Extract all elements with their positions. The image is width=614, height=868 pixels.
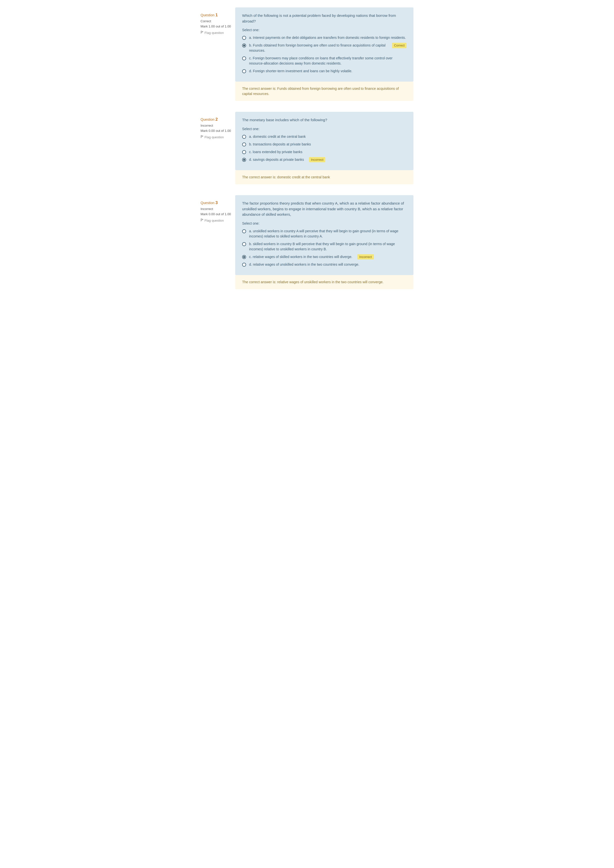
radio-outer [242,255,246,259]
radio-3-1[interactable] [242,229,246,233]
question-main-1: Which of the following is not a potentia… [235,8,413,82]
question-block-3: Question 3IncorrectMark 0.00 out of 1.00… [201,195,413,275]
answer-block-2: The correct answer is: domestic credit a… [235,170,413,184]
question-mark-3: Mark 0.00 out of 1.00 [201,212,233,217]
flag-question-3[interactable]: Flag question [201,218,233,223]
radio-2-3[interactable] [242,150,246,154]
flag-question-2[interactable]: Flag question [201,135,233,140]
answer-block-3: The correct answer is: relative wages of… [235,275,413,289]
option-item-2-3[interactable]: c. loans extended by private banks [242,149,407,155]
question-status-2: Incorrect [201,123,233,128]
question-sidebar-1: Question 1CorrectMark 1.00 out of 1.00Fl… [201,8,235,82]
radio-outer [242,143,246,146]
question-main-2: The monetary base includes which of the … [235,112,413,170]
option-text-3-3: c. relative wages of skilled workers in … [249,254,352,259]
option-text-2-1: a. domestic credit at the central bank [249,134,306,139]
question-number-1: 1 [215,12,218,17]
option-item-1-1[interactable]: a. Interest payments on the debt obligat… [242,35,407,40]
flag-label: Flag question [205,30,224,36]
question-status-1: Correct [201,19,233,24]
option-text-2-3: c. loans extended by private banks [249,149,303,155]
radio-outer [242,242,246,246]
question-main-3: The factor proportions theory predicts t… [235,195,413,275]
select-one-label-3: Select one: [242,221,407,226]
badge-2-4: Incorrect [309,157,326,163]
radio-1-1[interactable] [242,36,246,40]
option-text-1-4: d. Foreign shorter-term investment and l… [249,68,352,74]
option-text-1-3: c. Foreign borrowers may place condition… [249,56,407,66]
radio-outer [242,150,246,154]
badge-1-2: Correct [392,43,407,48]
quiz-page: Question 1CorrectMark 1.00 out of 1.00Fl… [196,0,418,307]
radio-inner [243,159,245,161]
option-item-3-4[interactable]: d. relative wages of unskilled workers i… [242,262,407,267]
flag-question-1[interactable]: Flag question [201,30,233,36]
radio-outer [242,69,246,73]
radio-2-2[interactable] [242,143,246,146]
radio-outer [242,135,246,139]
radio-1-3[interactable] [242,56,246,60]
radio-3-4[interactable] [242,263,246,267]
option-item-1-3[interactable]: c. Foreign borrowers may place condition… [242,56,407,66]
option-item-2-1[interactable]: a. domestic credit at the central bank [242,134,407,139]
question-block-2: Question 2IncorrectMark 0.00 out of 1.00… [201,112,413,170]
radio-3-3[interactable] [242,255,246,259]
flag-label: Flag question [205,218,224,223]
question-number-3: 3 [215,200,218,205]
question-sidebar-2: Question 2IncorrectMark 0.00 out of 1.00… [201,112,235,170]
radio-outer [242,158,246,162]
question-mark-2: Mark 0.00 out of 1.00 [201,129,233,133]
question-label-1: Question 1 [201,12,233,18]
question-number-2: 2 [215,117,218,122]
radio-2-1[interactable] [242,135,246,139]
question-status-3: Incorrect [201,206,233,211]
option-text-2-2: b. transactions deposits at private bank… [249,142,311,147]
radio-3-2[interactable] [242,242,246,246]
flag-icon [201,30,204,36]
option-text-3-1: a. unskilled workers in country A will p… [249,229,407,239]
question-text-2: The monetary base includes which of the … [242,117,407,123]
option-text-1-2: b. Funds obtained from foreign borrowing… [249,43,387,53]
options-list-3: a. unskilled workers in country A will p… [242,229,407,267]
question-text-3: The factor proportions theory predicts t… [242,201,407,217]
flag-icon [201,135,204,140]
option-item-3-2[interactable]: b. skilled workers in country B will per… [242,242,407,252]
radio-inner [243,45,245,46]
question-block-1: Question 1CorrectMark 1.00 out of 1.00Fl… [201,8,413,82]
option-item-3-1[interactable]: a. unskilled workers in country A will p… [242,229,407,239]
radio-outer [242,229,246,233]
option-item-1-4[interactable]: d. Foreign shorter-term investment and l… [242,68,407,74]
badge-3-3: Incorrect [357,254,374,260]
option-item-2-2[interactable]: b. transactions deposits at private bank… [242,142,407,147]
flag-icon [201,218,204,223]
flag-label: Flag question [205,135,224,140]
radio-outer [242,56,246,60]
radio-1-4[interactable] [242,69,246,73]
radio-outer [242,36,246,40]
question-sidebar-3: Question 3IncorrectMark 0.00 out of 1.00… [201,195,235,275]
option-text-3-4: d. relative wages of unskilled workers i… [249,262,359,267]
question-label-2: Question 2 [201,116,233,123]
option-item-3-3[interactable]: c. relative wages of skilled workers in … [242,254,407,260]
option-text-1-1: a. Interest payments on the debt obligat… [249,35,406,40]
answer-block-1: The correct answer is: Funds obtained fr… [235,82,413,101]
options-list-2: a. domestic credit at the central bankb.… [242,134,407,163]
option-text-3-2: b. skilled workers in country B will per… [249,242,407,252]
question-text-1: Which of the following is not a potentia… [242,13,407,24]
option-item-2-4[interactable]: d. savings deposits at private banksInco… [242,157,407,163]
radio-2-4[interactable] [242,158,246,162]
question-mark-1: Mark 1.00 out of 1.00 [201,24,233,29]
radio-1-2[interactable] [242,43,246,48]
radio-inner [243,256,245,258]
select-one-label-2: Select one: [242,126,407,132]
radio-outer [242,263,246,267]
options-list-1: a. Interest payments on the debt obligat… [242,35,407,74]
radio-outer [242,43,246,48]
option-item-1-2[interactable]: b. Funds obtained from foreign borrowing… [242,43,407,53]
option-text-2-4: d. savings deposits at private banks [249,157,304,162]
question-label-3: Question 3 [201,200,233,206]
select-one-label-1: Select one: [242,28,407,33]
